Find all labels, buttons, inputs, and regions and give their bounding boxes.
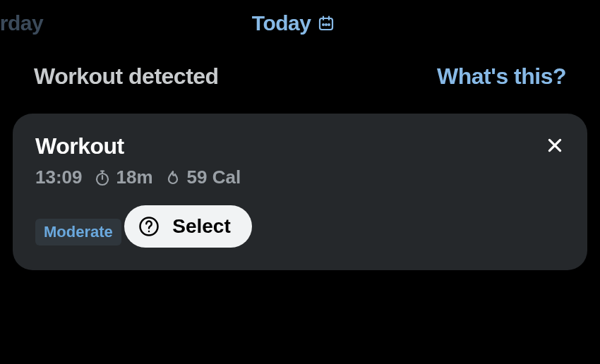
tab-yesterday[interactable]: sterday xyxy=(0,6,43,45)
tab-today[interactable]: Today xyxy=(252,6,335,45)
close-button[interactable] xyxy=(545,137,565,157)
flame-icon xyxy=(164,169,181,186)
workout-time-value: 13:09 xyxy=(35,166,83,188)
card-title-row: Workout xyxy=(35,133,565,159)
stopwatch-icon xyxy=(94,169,111,186)
tab-today-label: Today xyxy=(252,11,311,35)
intensity-tag: Moderate xyxy=(35,219,121,245)
whats-this-link[interactable]: What's this? xyxy=(437,63,566,90)
workout-time: 13:09 xyxy=(35,166,83,188)
question-icon xyxy=(138,216,160,237)
workout-card: Workout 13:09 18m xyxy=(13,114,587,270)
section-header: Workout detected What's this? xyxy=(0,45,600,90)
workout-calories: 59 Cal xyxy=(164,166,241,188)
svg-point-4 xyxy=(326,24,328,25)
workout-calories-value: 59 Cal xyxy=(187,166,241,188)
workout-title: Workout xyxy=(35,133,124,159)
svg-point-13 xyxy=(148,231,150,233)
select-button-label: Select xyxy=(172,215,231,238)
select-button[interactable]: Select xyxy=(124,205,252,248)
calendar-icon xyxy=(318,15,335,32)
workout-duration: 18m xyxy=(94,166,153,188)
tab-bar: sterday Today xyxy=(0,0,600,45)
svg-point-5 xyxy=(329,24,330,25)
close-icon xyxy=(546,136,564,157)
section-title: Workout detected xyxy=(34,63,219,90)
workout-duration-value: 18m xyxy=(116,166,153,188)
svg-point-3 xyxy=(323,24,325,25)
workout-stats: 13:09 18m 59 Cal xyxy=(35,166,565,188)
